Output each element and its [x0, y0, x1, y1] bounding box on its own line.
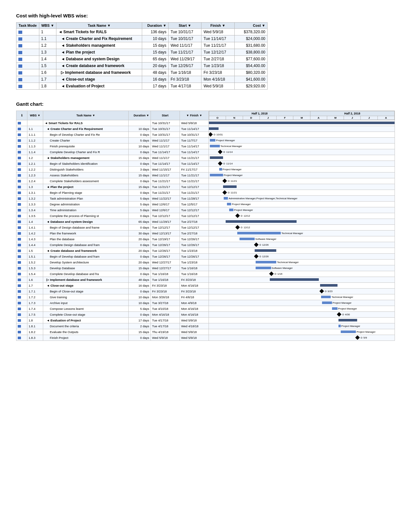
finish-cell: Tue 1/23/18 [201, 63, 234, 69]
col-task-mode[interactable]: Task Mode [16, 23, 39, 29]
gantt-start-cell: Tue 10/31/17 [151, 126, 180, 132]
top-heading: Cost with high-level WBS wise: [16, 13, 395, 18]
gantt-task-icon [18, 151, 21, 153]
gantt-bar [341, 330, 356, 333]
gantt-name-cell: Create Charter [43, 138, 128, 143]
col-taskname[interactable]: Task Name ▼ [56, 23, 142, 29]
gantt-bar-cell: ⊙ 3/23 [209, 289, 395, 294]
gantt-dur-cell: 0 days [128, 149, 151, 155]
cost-row: 1.3 ◄ Plan the project 15 days Tue 11/21… [16, 49, 268, 56]
start-cell: Tue 4/17/18 [169, 83, 201, 90]
gantt-bar-cell: Project Manager [209, 172, 395, 178]
gantt-start-cell: Wed 5/9/18 [151, 335, 180, 341]
gantt-task-icon [18, 122, 21, 124]
task-icon [18, 78, 22, 81]
task-icon [18, 71, 22, 74]
gantt-milestone [254, 242, 259, 247]
gantt-dur-cell: 10 days [128, 294, 151, 300]
gantt-milestone [222, 179, 227, 183]
gantt-start-cell: Tue 1/16/18 [151, 277, 180, 283]
gantt-dur-cell: 5 days [128, 306, 151, 312]
gantt-wbs-cell: 1.7.5 [27, 312, 43, 318]
gantt-row: 1.4 ◄ Database and system Design 65 days… [16, 219, 395, 225]
gantt-fin-cell: Fri 3/23/18 [180, 277, 209, 283]
gantt-dur-header[interactable]: Duration ▼ [128, 111, 151, 120]
gantt-task-icon [18, 203, 21, 206]
gantt-bar-cell: Technical Manager [209, 294, 395, 300]
gantt-task-icon [18, 168, 21, 171]
gantt-summary-bar [209, 127, 219, 130]
gantt-bar-cell: Software Manager [209, 265, 395, 271]
col-cost[interactable]: Cost ▼ [234, 23, 267, 29]
gantt-dur-cell: 16 days [128, 283, 151, 289]
gantt-task-icon [18, 302, 21, 304]
gantt-mode-cell [16, 306, 27, 312]
gantt-milestone [235, 225, 240, 230]
gantt-row: 1.3.2 Task administration Plan 5 days We… [16, 196, 395, 202]
gantt-mode-cell [16, 190, 27, 196]
month-cell: A [310, 116, 327, 120]
gantt-start-cell: Tue 10/31/17 [151, 120, 180, 126]
gantt-bar [256, 261, 276, 263]
gantt-row: 1.7 ◄ Close-out stage 16 days Fri 3/23/1… [16, 283, 395, 289]
month-cell: D [243, 116, 259, 120]
gantt-task-icon [18, 215, 21, 217]
gantt-fin-cell: Tue 11/14/17 [180, 149, 209, 155]
gantt-mode-cell [16, 283, 27, 289]
cost-cell: $378,320.00 [234, 29, 267, 35]
gantt-bar-label: Project Manager [333, 301, 352, 304]
gantt-fin-cell: Tue 12/26/17 [180, 236, 209, 242]
gantt-task-icon [18, 180, 21, 182]
gantt-fin-cell: Fri 3/23/18 [180, 289, 209, 294]
gantt-fin-cell: Wed 5/9/18 [180, 329, 209, 335]
gantt-table-body: ◄ Smart Tickets for RALS Tue 10/31/17 We… [16, 120, 395, 341]
gantt-wbs-cell: 1.5.1 [27, 254, 43, 260]
gantt-bar-cell: ⊙ 11/21 [209, 190, 395, 196]
gantt-task-icon [18, 128, 21, 130]
gantt-mode-cell [16, 120, 27, 126]
task-name-cell: ◄ Create database and framework [56, 63, 142, 69]
gantt-row: 1.7.4 Compose Lessons learnt 5 days Tue … [16, 306, 395, 312]
gantt-wbs-cell: 1.7 [27, 283, 43, 289]
wbs-cell: 1.3 [39, 49, 56, 56]
gantt-bar-label: Project Manager [232, 203, 251, 206]
gantt-wbs-header[interactable]: WBS ▼ [27, 111, 43, 120]
gantt-name-cell: Evaluate the Outputs [43, 329, 128, 335]
gantt-name-cell: ◄ Create database and framework [43, 248, 128, 254]
gantt-mode-cell [16, 155, 27, 161]
col-wbs[interactable]: WBS ▼ [39, 23, 56, 29]
gantt-mode-cell [16, 254, 27, 260]
gantt-task-icon [18, 145, 21, 148]
gantt-start-cell: Wed 12/6/17 [151, 202, 180, 207]
cost-row: 1.2 ◄ Stakeholders management 15 days We… [16, 42, 268, 49]
gantt-bar-label: Technical Manager [331, 296, 353, 299]
col-finish[interactable]: Finish ▼ [201, 23, 234, 29]
col-duration[interactable]: Duration ▼ [142, 23, 169, 29]
gantt-bar-cell [209, 126, 395, 132]
cost-row: 1.7 ◄ Close-out stage 16 days Fri 3/23/1… [16, 76, 268, 83]
gantt-task-icon [18, 139, 21, 142]
gantt-mode-cell [16, 202, 27, 207]
col-start[interactable]: Start ▼ [169, 23, 201, 29]
gantt-bar-label: Project Manager [357, 330, 376, 333]
gantt-dur-cell: 15 days [128, 265, 151, 271]
gantt-fin-cell: Tue 11/14/17 [180, 126, 209, 132]
gantt-milestone-label: ⊙ 12/12 [240, 226, 250, 229]
gantt-name-header[interactable]: Task Name ▼ [43, 111, 128, 120]
task-name-cell: ◄ Database and system Design [56, 56, 142, 63]
gantt-bar-label: Project Manager [224, 174, 243, 177]
gantt-milestone [218, 161, 222, 166]
gantt-start-cell: Tue 11/14/17 [151, 161, 180, 167]
gantt-milestone [235, 213, 240, 218]
gantt-bar-label: Project Manager [341, 325, 360, 328]
wbs-cell: 1.4 [39, 56, 56, 63]
gantt-bar-label: Administrative Manager,Project Manager,T… [229, 197, 297, 200]
gantt-start-header[interactable]: Start [151, 111, 180, 120]
gantt-wbs-cell: 1.7.4 [27, 306, 43, 312]
gantt-fin-header[interactable]: ▼ Finish ▼ [180, 111, 209, 120]
gantt-dur-cell: 20 days [128, 236, 151, 242]
gantt-name-cell: ◄ Create Charter and Fix Requirement [43, 126, 128, 132]
gantt-bar-cell: Project Manager [209, 306, 395, 312]
gantt-fin-cell: Mon 4/16/18 [180, 306, 209, 312]
gantt-row: 1.2.2 Distinguish Stakeholders 3 days We… [16, 167, 395, 172]
